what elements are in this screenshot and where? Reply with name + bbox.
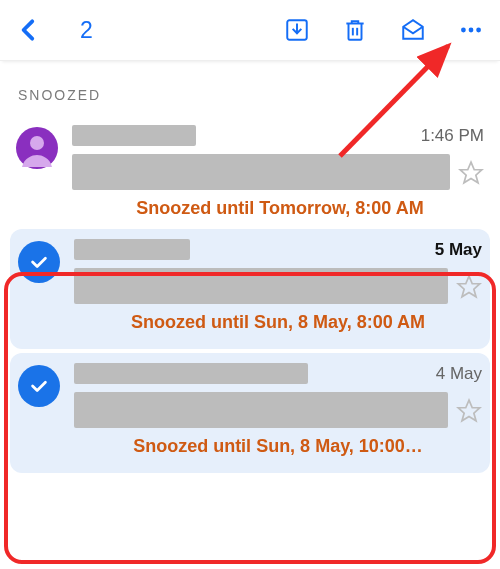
snooze-label: Snoozed until Tomorrow, 8:00 AM [60, 198, 500, 219]
sender-placeholder [74, 239, 190, 260]
sender-placeholder [74, 363, 308, 384]
toolbar: 2 [0, 0, 500, 61]
section-label: SNOOZED [18, 87, 482, 103]
email-item[interactable]: 1:46 PM [0, 119, 500, 190]
overflow-button[interactable] [456, 15, 486, 45]
star-button[interactable] [456, 398, 482, 428]
email-item[interactable]: 5 May Snoozed until Sun, 8 May, 8:00 AM [10, 229, 490, 349]
svg-marker-9 [460, 162, 482, 183]
sender-placeholder [72, 125, 196, 146]
delete-button[interactable] [340, 15, 370, 45]
star-button[interactable] [456, 274, 482, 304]
svg-point-4 [461, 28, 466, 33]
snooze-label: Snoozed until Sun, 8 May, 10:00… [74, 436, 482, 457]
timestamp: 4 May [426, 364, 482, 384]
timestamp: 5 May [425, 240, 482, 260]
svg-point-6 [476, 28, 481, 33]
selected-check-icon[interactable] [18, 241, 60, 283]
archive-button[interactable] [282, 15, 312, 45]
content: SNOOZED 1:46 PM [0, 61, 500, 485]
svg-point-5 [469, 28, 474, 33]
preview-placeholder [72, 154, 450, 190]
preview-placeholder [74, 392, 448, 428]
snooze-label: Snoozed until Sun, 8 May, 8:00 AM [74, 312, 482, 333]
svg-point-8 [30, 136, 44, 150]
star-button[interactable] [458, 160, 484, 190]
back-button[interactable] [14, 15, 44, 45]
mark-unread-button[interactable] [398, 15, 428, 45]
selected-check-icon[interactable] [18, 365, 60, 407]
preview-placeholder [74, 268, 448, 304]
selected-count: 2 [80, 17, 93, 44]
email-item[interactable]: 4 May Snoozed until Sun, 8 May, 10:00… [10, 353, 490, 473]
svg-marker-10 [458, 276, 480, 297]
avatar [16, 127, 58, 169]
timestamp: 1:46 PM [411, 126, 484, 146]
svg-marker-11 [458, 400, 480, 421]
